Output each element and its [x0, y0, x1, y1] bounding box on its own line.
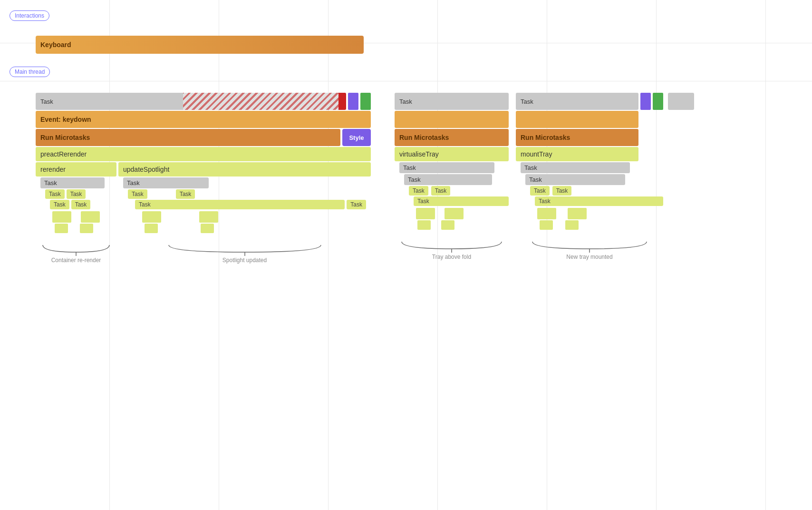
interactions-badge[interactable]: Interactions	[10, 10, 49, 21]
sq-purple-rg2	[640, 93, 651, 110]
task-rg2-3b: Task	[552, 186, 572, 196]
task-rg1-1: Task	[399, 162, 494, 173]
virtualise-tray-bar: virtualiseTray	[395, 147, 509, 161]
task-rg2-2: Task	[525, 174, 625, 185]
hatch-overlay	[183, 93, 346, 110]
rerender-bar: rerender	[36, 162, 116, 177]
task-bar-small	[668, 93, 694, 110]
mini-task-deep-3: Task	[135, 200, 345, 209]
tiny-rg2-2	[568, 208, 587, 219]
left-group: Task Event: keydown Run Microtasks	[36, 93, 371, 264]
mini-task-deep-1: Task	[50, 200, 69, 209]
update-spotlight-bar: updateSpotlight	[118, 162, 371, 177]
task-rg2-1: Task	[521, 162, 630, 173]
right-group1: Task Run Microtasks virtualiseTray Task …	[395, 93, 509, 260]
event-bar-rg2	[516, 111, 638, 128]
run-microtasks-rg1: Run Microtasks	[395, 129, 509, 146]
task-rerender-child: Task	[40, 177, 105, 188]
right-group2: Task Run Microtasks mountTray Task Task	[516, 93, 663, 260]
run-microtasks-rg2: Run Microtasks	[516, 129, 638, 146]
tiny-sm-rg2-1	[540, 220, 553, 230]
task-rg1-2: Task	[404, 174, 492, 185]
tiny-rg2-1	[537, 208, 556, 219]
brace-tray-above-fold: Tray above fold	[395, 239, 509, 260]
tiny-rg1-1	[416, 208, 435, 219]
mini-task-deep-2: Task	[71, 200, 91, 209]
keyboard-bar: Keyboard	[36, 36, 364, 54]
mini-task-deep-4: Task	[347, 200, 366, 209]
tiny-sm-rg1-1	[417, 220, 431, 230]
brace-new-tray-mounted: New tray mounted	[516, 239, 663, 260]
event-bar-rg1	[395, 111, 509, 128]
task-rg2-4: Task	[535, 196, 663, 206]
mini-task-2: Task	[67, 189, 86, 199]
task-rg2-3a: Task	[530, 186, 550, 196]
tiny-1	[52, 211, 71, 223]
main-thread-badge[interactable]: Main thread	[10, 67, 50, 77]
task-bar-rg2: Task	[516, 93, 638, 110]
preact-rerender-bar: preactRerender	[36, 147, 371, 161]
tiny-sm-4	[201, 224, 214, 233]
task-rg1-3a: Task	[409, 186, 428, 196]
sq-purple-left	[348, 93, 358, 110]
tiny-sm-rg2-2	[565, 220, 579, 230]
keyboard-label: Keyboard	[36, 36, 364, 54]
brace-spotlight-updated: Spotlight updated	[118, 243, 371, 264]
task-spotlight-child: Task	[123, 177, 209, 188]
sq-green-rg2	[653, 93, 663, 110]
mini-task-3: Task	[128, 189, 147, 199]
task-rg1-4: Task	[414, 196, 509, 206]
tiny-sm-2	[80, 224, 93, 233]
mount-tray-bar: mountTray	[516, 147, 638, 161]
right-box-small	[668, 93, 696, 110]
tiny-4	[199, 211, 218, 223]
event-keydown-bar: Event: keydown	[36, 111, 371, 128]
tiny-sm-3	[145, 224, 158, 233]
run-microtasks-left: Run Microtasks	[36, 129, 340, 146]
mini-task-1: Task	[45, 189, 65, 199]
tiny-3	[142, 211, 161, 223]
mini-task-4: Task	[176, 189, 195, 199]
tiny-2	[81, 211, 100, 223]
tiny-rg1-2	[445, 208, 464, 219]
sq-green-left	[360, 93, 371, 110]
task-rg1-3b: Task	[431, 186, 451, 196]
task-bar-rg1: Task	[395, 93, 509, 110]
style-bar: Style	[342, 129, 371, 146]
tiny-sm-1	[55, 224, 68, 233]
brace-container-rerender: Container re-render	[36, 243, 116, 264]
tiny-sm-rg1-2	[441, 220, 454, 230]
